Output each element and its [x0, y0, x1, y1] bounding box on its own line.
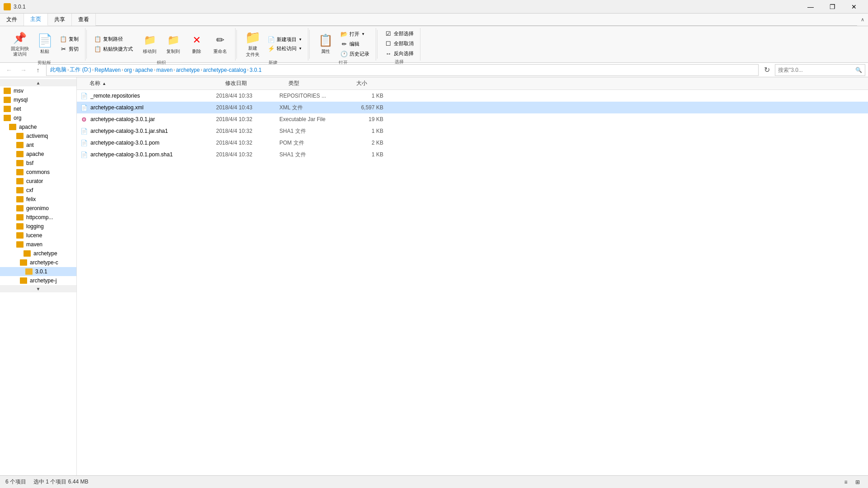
- folder-icon: [24, 250, 31, 257]
- sidebar-scroll-up[interactable]: ▲: [0, 79, 76, 86]
- sidebar-item-curator[interactable]: curator: [0, 177, 76, 186]
- sidebar-item-ant[interactable]: ant: [0, 141, 76, 150]
- sidebar-item-apache-2[interactable]: apache: [0, 150, 76, 159]
- back-button[interactable]: ←: [3, 64, 15, 76]
- cut-button[interactable]: ✂ 剪切: [57, 44, 81, 53]
- select-none-button[interactable]: ☐ 全部取消: [382, 39, 416, 48]
- view-large-icons-button[interactable]: ⊞: [853, 477, 863, 487]
- sidebar-item-lucene[interactable]: lucene: [0, 231, 76, 240]
- tab-share[interactable]: 共享: [48, 14, 72, 26]
- sidebar-item-net[interactable]: net: [0, 104, 76, 113]
- tab-file[interactable]: 文件: [0, 14, 24, 26]
- path-repomaven[interactable]: RepMaven: [94, 67, 121, 73]
- select-items: ☑ 全部选择 ☐ 全部取消 ↔ 反向选择: [382, 29, 416, 58]
- view-details-button[interactable]: ≡: [841, 477, 851, 487]
- sidebar-label-commons: commons: [26, 169, 50, 175]
- search-box[interactable]: 🔍: [775, 64, 865, 76]
- new-item-button[interactable]: 📄 新建项目 ▾: [265, 35, 304, 44]
- sidebar-item-archetype[interactable]: archetype: [0, 249, 76, 258]
- file-row-jar[interactable]: ⚙ archetype-catalog-3.0.1.jar 2018/4/4 1…: [77, 113, 868, 125]
- easy-access-button[interactable]: ⚡ 轻松访问 ▾: [265, 44, 304, 53]
- search-input[interactable]: [778, 67, 854, 73]
- sidebar-item-msv[interactable]: msv: [0, 86, 76, 95]
- sidebar-label-maven: maven: [26, 241, 42, 248]
- paste-shortcut-button[interactable]: 📋 粘贴快捷方式: [91, 44, 136, 53]
- sidebar-item-bsf[interactable]: bsf: [0, 159, 76, 168]
- sidebar-item-commons[interactable]: commons: [0, 168, 76, 177]
- easy-access-icon: ⚡: [268, 45, 275, 52]
- open-button[interactable]: 📂 打开 ▾: [338, 29, 372, 38]
- path-apache[interactable]: apache: [135, 67, 153, 73]
- col-header-name[interactable]: 名称 ▲: [88, 80, 223, 87]
- path-computer[interactable]: 此电脑: [50, 66, 66, 74]
- sidebar-item-301[interactable]: 3.0.1: [0, 267, 76, 276]
- rename-button[interactable]: ✏ 重命名: [209, 29, 231, 59]
- folder-icon: [16, 241, 24, 248]
- path-drive[interactable]: 工作 (D:): [70, 66, 91, 74]
- col-header-date[interactable]: 修改日期: [223, 80, 287, 87]
- col-header-size[interactable]: 大小: [354, 80, 391, 87]
- sidebar-scroll-down[interactable]: ▼: [0, 285, 76, 292]
- file-row-xml[interactable]: 📄 archetype-catalog.xml 2018/4/4 10:43 X…: [77, 102, 868, 113]
- close-button[interactable]: ✕: [844, 0, 864, 14]
- sidebar-item-cxf[interactable]: cxf: [0, 186, 76, 195]
- copy-to-button[interactable]: 📁 复制到: [162, 29, 184, 59]
- refresh-button[interactable]: ↻: [760, 64, 773, 76]
- delete-button[interactable]: ✕ 删除: [185, 29, 208, 59]
- path-maven[interactable]: maven: [156, 67, 173, 73]
- sidebar-item-archetype-j[interactable]: archetype-j: [0, 276, 76, 285]
- file-icon-remote: 📄: [80, 92, 88, 99]
- tab-home[interactable]: 主页: [24, 14, 48, 26]
- sidebar-item-httpcompo[interactable]: httpcomp...: [0, 213, 76, 222]
- sidebar-item-mysql[interactable]: mysql: [0, 95, 76, 104]
- move-to-button[interactable]: 📁 移动到: [138, 29, 161, 59]
- history-button[interactable]: 🕐 历史记录: [338, 49, 372, 58]
- select-all-button[interactable]: ☑ 全部选择: [382, 29, 416, 38]
- properties-button[interactable]: 📋 属性: [314, 29, 337, 59]
- sidebar-item-activemq[interactable]: activemq: [0, 131, 76, 141]
- paste-button[interactable]: 📄 粘贴: [33, 29, 56, 59]
- sidebar-label-cxf: cxf: [26, 187, 33, 193]
- minimize-button[interactable]: —: [800, 0, 821, 14]
- sidebar-item-geronimo[interactable]: geronimo: [0, 204, 76, 213]
- sidebar-item-org[interactable]: org: [0, 113, 76, 122]
- forward-button[interactable]: →: [17, 64, 30, 76]
- sidebar-item-felix[interactable]: felix: [0, 195, 76, 204]
- file-row-remote[interactable]: 📄 _remote.repositories 2018/4/4 10:33 RE…: [77, 90, 868, 102]
- up-button[interactable]: ↑: [32, 64, 44, 76]
- path-archetype[interactable]: archetype: [176, 67, 200, 73]
- file-row-jar-sha1[interactable]: 📄 archetype-catalog-3.0.1.jar.sha1 2018/…: [77, 125, 868, 137]
- path-archetype-catalog[interactable]: archetype-catalog: [203, 67, 246, 73]
- col-size-label: 大小: [356, 80, 367, 87]
- path-org[interactable]: org: [124, 67, 132, 73]
- sidebar-item-apache-1[interactable]: apache: [0, 122, 76, 131]
- sidebar-item-archetype-c[interactable]: archetype-c: [0, 258, 76, 267]
- col-header-type[interactable]: 类型: [287, 80, 354, 87]
- pin-button[interactable]: 📌 固定到快速访问: [7, 29, 33, 59]
- ribbon-collapse[interactable]: ∧: [857, 14, 868, 26]
- file-type-pom-sha1: SHA1 文件: [279, 151, 347, 159]
- new-item-btn-container: 📄 新建项目 ▾ ⚡ 轻松访问 ▾: [265, 35, 304, 53]
- clipboard-items: 📌 固定到快速访问 📄 粘贴 📋 复制 ✂ 剪切: [7, 29, 81, 59]
- select-none-icon: ☐: [385, 40, 392, 47]
- file-row-pom-sha1[interactable]: 📄 archetype-catalog-3.0.1.pom.sha1 2018/…: [77, 149, 868, 160]
- address-path[interactable]: 此电脑 › 工作 (D:) › RepMaven › org › apache …: [46, 64, 759, 76]
- tab-view[interactable]: 查看: [72, 14, 96, 26]
- file-name-jar: archetype-catalog-3.0.1.jar: [90, 116, 155, 122]
- new-folder-button[interactable]: 📁 新建文件夹: [241, 29, 264, 59]
- col-name-label: 名称: [90, 80, 100, 87]
- sidebar-item-logging[interactable]: logging: [0, 222, 76, 231]
- cut-label: 剪切: [69, 46, 79, 52]
- edit-button[interactable]: ✏ 编辑: [338, 39, 372, 48]
- ribbon-group-open: 📋 属性 📂 打开 ▾ ✏ 编辑 🕐 历史记录: [311, 28, 376, 61]
- maximize-button[interactable]: ❐: [822, 0, 843, 14]
- sidebar-item-maven[interactable]: maven: [0, 240, 76, 249]
- select-none-label: 全部取消: [394, 40, 414, 47]
- path-301[interactable]: 3.0.1: [250, 67, 262, 73]
- copy-path-button[interactable]: 📋 复制路径: [91, 34, 136, 43]
- pin-label: 固定到快速访问: [11, 46, 29, 57]
- invert-select-button[interactable]: ↔ 反向选择: [382, 49, 416, 58]
- file-row-pom[interactable]: 📄 archetype-catalog-3.0.1.pom 2018/4/4 1…: [77, 137, 868, 149]
- sidebar-label-felix: felix: [26, 196, 36, 202]
- copy-button[interactable]: 📋 复制: [57, 34, 81, 43]
